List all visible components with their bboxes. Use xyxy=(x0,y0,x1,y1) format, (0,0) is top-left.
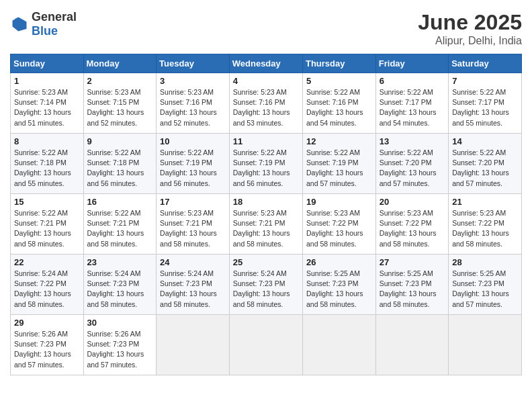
day-info: Sunrise: 5:22 AMSunset: 7:17 PMDaylight:… xyxy=(452,87,518,128)
calendar-day-cell: 27Sunrise: 5:25 AMSunset: 7:23 PMDayligh… xyxy=(375,255,448,315)
day-info: Sunrise: 5:26 AMSunset: 7:23 PMDaylight:… xyxy=(87,329,153,370)
logo-icon xyxy=(10,15,29,34)
day-number: 30 xyxy=(87,318,153,328)
day-number: 22 xyxy=(14,257,80,267)
day-number: 20 xyxy=(380,197,445,207)
day-number: 16 xyxy=(87,197,153,207)
day-number: 17 xyxy=(160,197,226,207)
calendar-day-cell: 3Sunrise: 5:23 AMSunset: 7:16 PMDaylight… xyxy=(157,73,230,134)
calendar-day-cell xyxy=(157,315,230,375)
day-info: Sunrise: 5:23 AMSunset: 7:15 PMDaylight:… xyxy=(87,87,153,128)
calendar-week-row: 29Sunrise: 5:26 AMSunset: 7:23 PMDayligh… xyxy=(11,315,522,375)
calendar-day-cell: 11Sunrise: 5:22 AMSunset: 7:19 PMDayligh… xyxy=(229,134,302,194)
calendar-day-cell: 30Sunrise: 5:26 AMSunset: 7:23 PMDayligh… xyxy=(83,315,157,375)
calendar-header-row: SundayMondayTuesdayWednesdayThursdayFrid… xyxy=(11,54,522,73)
day-of-week-header: Sunday xyxy=(11,54,84,73)
day-of-week-header: Wednesday xyxy=(229,54,302,73)
day-info: Sunrise: 5:25 AMSunset: 7:23 PMDaylight:… xyxy=(452,269,518,310)
day-number: 25 xyxy=(233,257,299,267)
day-number: 24 xyxy=(160,257,226,267)
day-number: 26 xyxy=(306,257,372,267)
day-info: Sunrise: 5:25 AMSunset: 7:23 PMDaylight:… xyxy=(306,269,372,310)
calendar-day-cell: 26Sunrise: 5:25 AMSunset: 7:23 PMDayligh… xyxy=(302,255,375,315)
day-info: Sunrise: 5:23 AMSunset: 7:14 PMDaylight:… xyxy=(14,87,80,128)
calendar-day-cell xyxy=(375,315,448,375)
calendar-day-cell: 23Sunrise: 5:24 AMSunset: 7:23 PMDayligh… xyxy=(83,255,157,315)
calendar-day-cell: 8Sunrise: 5:22 AMSunset: 7:18 PMDaylight… xyxy=(11,134,84,194)
day-info: Sunrise: 5:24 AMSunset: 7:23 PMDaylight:… xyxy=(233,269,299,310)
day-number: 4 xyxy=(233,76,299,86)
day-info: Sunrise: 5:23 AMSunset: 7:21 PMDaylight:… xyxy=(233,208,299,249)
day-of-week-header: Friday xyxy=(375,54,448,73)
day-info: Sunrise: 5:23 AMSunset: 7:16 PMDaylight:… xyxy=(160,87,226,128)
day-number: 10 xyxy=(160,136,226,146)
day-number: 2 xyxy=(87,76,153,86)
day-number: 8 xyxy=(14,136,80,146)
day-number: 13 xyxy=(380,136,445,146)
calendar-day-cell: 25Sunrise: 5:24 AMSunset: 7:23 PMDayligh… xyxy=(229,255,302,315)
calendar-day-cell xyxy=(229,315,302,375)
calendar-day-cell: 7Sunrise: 5:22 AMSunset: 7:17 PMDaylight… xyxy=(449,73,522,134)
calendar-day-cell xyxy=(449,315,522,375)
month-year: June 2025 xyxy=(418,10,522,35)
day-number: 29 xyxy=(14,318,80,328)
day-info: Sunrise: 5:24 AMSunset: 7:23 PMDaylight:… xyxy=(160,269,226,310)
day-number: 14 xyxy=(452,136,518,146)
day-of-week-header: Saturday xyxy=(449,54,522,73)
day-of-week-header: Monday xyxy=(83,54,157,73)
calendar-day-cell: 4Sunrise: 5:23 AMSunset: 7:16 PMDaylight… xyxy=(229,73,302,134)
day-number: 5 xyxy=(306,76,372,86)
location: Alipur, Delhi, India xyxy=(418,35,522,47)
calendar-week-row: 8Sunrise: 5:22 AMSunset: 7:18 PMDaylight… xyxy=(11,134,522,194)
logo-blue: Blue xyxy=(32,24,58,38)
calendar-week-row: 22Sunrise: 5:24 AMSunset: 7:22 PMDayligh… xyxy=(11,255,522,315)
calendar-day-cell: 16Sunrise: 5:22 AMSunset: 7:21 PMDayligh… xyxy=(83,194,157,255)
day-info: Sunrise: 5:23 AMSunset: 7:21 PMDaylight:… xyxy=(160,208,226,249)
calendar-week-row: 15Sunrise: 5:22 AMSunset: 7:21 PMDayligh… xyxy=(11,194,522,255)
day-info: Sunrise: 5:22 AMSunset: 7:19 PMDaylight:… xyxy=(306,148,372,189)
day-info: Sunrise: 5:22 AMSunset: 7:18 PMDaylight:… xyxy=(87,148,153,189)
calendar-day-cell: 24Sunrise: 5:24 AMSunset: 7:23 PMDayligh… xyxy=(157,255,230,315)
day-info: Sunrise: 5:23 AMSunset: 7:16 PMDaylight:… xyxy=(233,87,299,128)
day-number: 28 xyxy=(452,257,518,267)
day-number: 9 xyxy=(87,136,153,146)
calendar-day-cell xyxy=(302,315,375,375)
logo: General Blue xyxy=(10,10,77,38)
calendar-day-cell: 14Sunrise: 5:22 AMSunset: 7:20 PMDayligh… xyxy=(449,134,522,194)
day-info: Sunrise: 5:23 AMSunset: 7:22 PMDaylight:… xyxy=(380,208,445,249)
title-area: June 2025 Alipur, Delhi, India xyxy=(418,10,522,47)
day-number: 27 xyxy=(380,257,445,267)
calendar-day-cell: 13Sunrise: 5:22 AMSunset: 7:20 PMDayligh… xyxy=(375,134,448,194)
day-number: 11 xyxy=(233,136,299,146)
day-info: Sunrise: 5:23 AMSunset: 7:22 PMDaylight:… xyxy=(452,208,518,249)
calendar-day-cell: 19Sunrise: 5:23 AMSunset: 7:22 PMDayligh… xyxy=(302,194,375,255)
day-info: Sunrise: 5:26 AMSunset: 7:23 PMDaylight:… xyxy=(14,329,80,370)
header: General Blue June 2025 Alipur, Delhi, In… xyxy=(10,10,522,47)
day-number: 18 xyxy=(233,197,299,207)
day-info: Sunrise: 5:22 AMSunset: 7:18 PMDaylight:… xyxy=(14,148,80,189)
day-info: Sunrise: 5:24 AMSunset: 7:22 PMDaylight:… xyxy=(14,269,80,310)
day-info: Sunrise: 5:24 AMSunset: 7:23 PMDaylight:… xyxy=(87,269,153,310)
day-number: 7 xyxy=(452,76,518,86)
day-number: 12 xyxy=(306,136,372,146)
day-info: Sunrise: 5:22 AMSunset: 7:19 PMDaylight:… xyxy=(233,148,299,189)
calendar-day-cell: 2Sunrise: 5:23 AMSunset: 7:15 PMDaylight… xyxy=(83,73,157,134)
calendar-day-cell: 12Sunrise: 5:22 AMSunset: 7:19 PMDayligh… xyxy=(302,134,375,194)
day-of-week-header: Tuesday xyxy=(157,54,230,73)
calendar-day-cell: 20Sunrise: 5:23 AMSunset: 7:22 PMDayligh… xyxy=(375,194,448,255)
svg-marker-0 xyxy=(13,17,27,32)
day-info: Sunrise: 5:22 AMSunset: 7:20 PMDaylight:… xyxy=(380,148,445,189)
calendar-day-cell: 28Sunrise: 5:25 AMSunset: 7:23 PMDayligh… xyxy=(449,255,522,315)
day-info: Sunrise: 5:22 AMSunset: 7:21 PMDaylight:… xyxy=(14,208,80,249)
calendar-day-cell: 9Sunrise: 5:22 AMSunset: 7:18 PMDaylight… xyxy=(83,134,157,194)
day-info: Sunrise: 5:25 AMSunset: 7:23 PMDaylight:… xyxy=(380,269,445,310)
day-info: Sunrise: 5:22 AMSunset: 7:20 PMDaylight:… xyxy=(452,148,518,189)
day-number: 23 xyxy=(87,257,153,267)
day-info: Sunrise: 5:22 AMSunset: 7:19 PMDaylight:… xyxy=(160,148,226,189)
day-info: Sunrise: 5:22 AMSunset: 7:16 PMDaylight:… xyxy=(306,87,372,128)
calendar-day-cell: 21Sunrise: 5:23 AMSunset: 7:22 PMDayligh… xyxy=(449,194,522,255)
day-info: Sunrise: 5:22 AMSunset: 7:21 PMDaylight:… xyxy=(87,208,153,249)
day-number: 3 xyxy=(160,76,226,86)
calendar-day-cell: 6Sunrise: 5:22 AMSunset: 7:17 PMDaylight… xyxy=(375,73,448,134)
calendar-day-cell: 1Sunrise: 5:23 AMSunset: 7:14 PMDaylight… xyxy=(11,73,84,134)
